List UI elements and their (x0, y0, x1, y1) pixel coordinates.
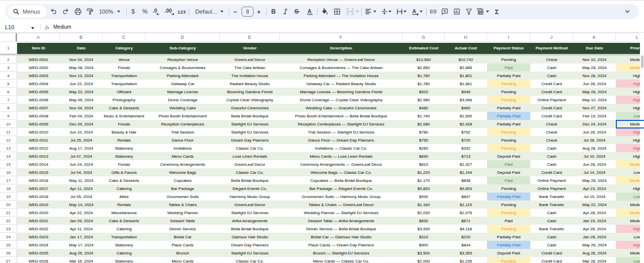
svg-text:A: A (307, 8, 311, 14)
svg-text:.00: .00 (165, 8, 172, 14)
svg-text:.0: .0 (153, 8, 157, 14)
svg-text:A: A (413, 8, 417, 14)
